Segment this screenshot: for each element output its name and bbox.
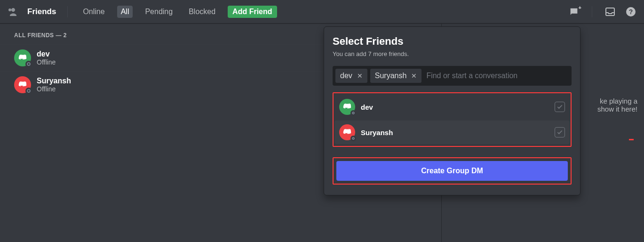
- annotation-box: Create Group DM: [333, 157, 572, 185]
- chip-remove-icon[interactable]: ✕: [411, 72, 417, 80]
- tab-pending[interactable]: Pending: [141, 6, 176, 18]
- status-offline-icon: [350, 110, 356, 116]
- chip-label: Suryansh: [375, 72, 407, 80]
- result-name: Suryansh: [361, 129, 393, 137]
- result-row-dev[interactable]: dev: [334, 95, 570, 119]
- annotation-marker: [629, 139, 634, 140]
- result-name: dev: [361, 103, 373, 111]
- friend-status: Offline: [37, 85, 71, 93]
- checkbox-icon[interactable]: [555, 127, 565, 137]
- selected-chips-row: dev ✕ Suryansh ✕: [333, 66, 572, 86]
- avatar: [14, 76, 31, 93]
- new-group-dm-icon[interactable]: +: [568, 6, 580, 17]
- popover-subtitle: You can add 7 more friends.: [333, 50, 572, 57]
- tab-blocked[interactable]: Blocked: [185, 6, 219, 18]
- inbox-icon[interactable]: [604, 6, 616, 17]
- friend-name: Suryansh: [37, 77, 71, 85]
- avatar: [339, 99, 355, 115]
- chip-label: dev: [340, 72, 352, 80]
- search-input[interactable]: [424, 69, 569, 83]
- add-friend-button[interactable]: Add Friend: [228, 6, 277, 18]
- status-offline-icon: [25, 88, 32, 94]
- avatar: [14, 49, 31, 66]
- svg-point-0: [8, 8, 11, 11]
- annotation-box: dev Suryansh: [333, 92, 572, 147]
- status-offline-icon: [25, 61, 32, 67]
- chip-dev[interactable]: dev ✕: [335, 69, 367, 83]
- svg-text:?: ?: [629, 8, 633, 16]
- select-friends-popover: Select Friends You can add 7 more friend…: [324, 26, 580, 195]
- chip-suryansh[interactable]: Suryansh ✕: [370, 69, 422, 83]
- chip-remove-icon[interactable]: ✕: [357, 72, 363, 80]
- tab-all[interactable]: All: [117, 6, 133, 18]
- help-icon[interactable]: ?: [625, 6, 636, 17]
- checkbox-icon[interactable]: [555, 102, 565, 112]
- divider: [67, 6, 68, 17]
- popover-title: Select Friends: [333, 35, 572, 48]
- page-title: Friends: [27, 7, 56, 16]
- friends-icon: [8, 6, 19, 17]
- friend-name: dev: [37, 50, 56, 58]
- plus-badge-icon: +: [579, 5, 581, 10]
- friend-status: Offline: [37, 58, 56, 66]
- tab-online[interactable]: Online: [79, 6, 108, 18]
- svg-rect-1: [606, 8, 614, 16]
- topbar: Friends Online All Pending Blocked Add F…: [0, 0, 644, 24]
- status-offline-icon: [350, 136, 356, 141]
- result-row-suryansh[interactable]: Suryansh: [334, 121, 570, 144]
- divider: [592, 6, 592, 17]
- create-group-dm-button[interactable]: Create Group DM: [336, 161, 568, 181]
- avatar: [339, 124, 355, 140]
